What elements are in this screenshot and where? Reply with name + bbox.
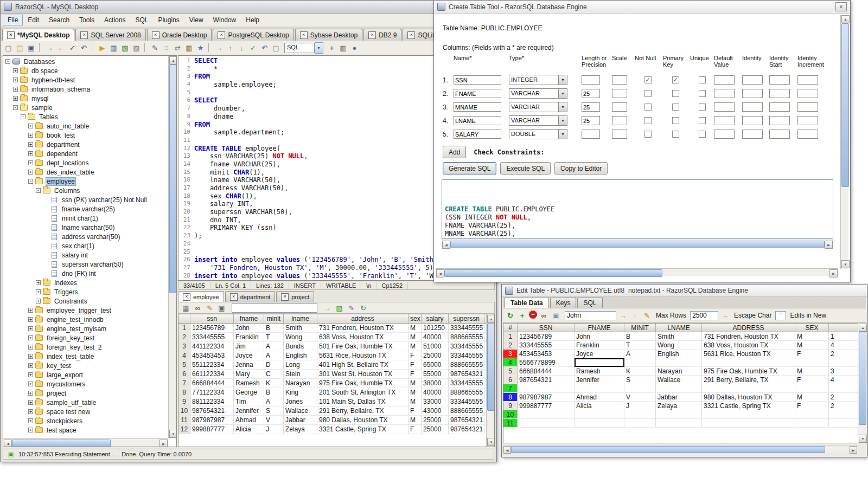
- toolbar-separator[interactable]: [144, 43, 147, 52]
- grid-cell[interactable]: S: [624, 376, 656, 384]
- grid-cell[interactable]: [624, 419, 656, 428]
- grid-cell[interactable]: M: [409, 333, 422, 342]
- length-input[interactable]: [582, 89, 600, 98]
- table-row[interactable]: 11: [503, 419, 859, 428]
- grid-header-cell[interactable]: MINIT: [624, 324, 656, 332]
- grid-cell[interactable]: Jim: [234, 342, 264, 351]
- grid-cell[interactable]: K: [264, 379, 284, 388]
- tree-item[interactable]: + project: [3, 389, 168, 398]
- menu-item[interactable]: Plugins: [153, 15, 184, 25]
- grid-cell[interactable]: 55000: [422, 370, 449, 379]
- add-connection-icon[interactable]: +: [327, 43, 337, 53]
- grid-cell[interactable]: 987654321: [449, 370, 484, 379]
- desktop-tab[interactable]: × DB2 9: [363, 29, 401, 41]
- tree-item[interactable]: + Indexes: [3, 278, 168, 287]
- grid-cell[interactable]: B: [264, 388, 284, 397]
- generate-sql-button[interactable]: Generate SQL: [443, 162, 496, 175]
- grid-cell[interactable]: [702, 384, 795, 393]
- grid-cell[interactable]: 10: [178, 406, 190, 416]
- grid-cell[interactable]: Smith: [284, 324, 317, 333]
- tree-item[interactable]: + information_schema: [3, 85, 168, 94]
- grid-cell[interactable]: [795, 384, 829, 393]
- refresh-icon[interactable]: ↻: [505, 311, 515, 321]
- grid-cell[interactable]: M: [795, 332, 829, 341]
- identity-increment-input[interactable]: [797, 75, 818, 85]
- grid-cell[interactable]: 731 Fondren, Houston TX: [702, 332, 795, 341]
- table-row[interactable]: 8987987987AhmadVJabbar980 Dallas, Housto…: [503, 393, 859, 402]
- grid-cell[interactable]: 43000: [422, 406, 449, 416]
- scroll-left-icon[interactable]: ◀: [4, 440, 12, 447]
- expand-toggle-icon[interactable]: +: [28, 142, 33, 147]
- chevron-down-icon[interactable]: ▼: [558, 102, 567, 112]
- tree-item[interactable]: + space test new: [3, 407, 168, 416]
- expand-toggle-icon[interactable]: +: [13, 68, 18, 73]
- column-name-input[interactable]: [454, 130, 501, 139]
- grid-cell[interactable]: Jenna: [234, 360, 264, 370]
- grid-cell[interactable]: 1: [178, 324, 190, 333]
- expand-toggle-icon[interactable]: +: [13, 77, 18, 82]
- desktop-tab[interactable]: × PostgreSQL Desktop: [213, 29, 293, 41]
- grid-cell[interactable]: M: [795, 367, 829, 376]
- grid-cell[interactable]: 101250: [422, 324, 449, 333]
- grid-cell[interactable]: King: [284, 388, 317, 397]
- grid-cell[interactable]: A: [264, 351, 284, 360]
- grid-cell[interactable]: B: [624, 332, 656, 341]
- grid-cell[interactable]: 987654321: [190, 406, 234, 416]
- grid-cell[interactable]: [575, 358, 624, 367]
- tree-item[interactable]: superssn varchar(50): [3, 260, 168, 269]
- tree-item[interactable]: + stockpickers: [3, 416, 168, 425]
- grid-cell[interactable]: [575, 419, 624, 428]
- grid-cell[interactable]: 333445555: [518, 341, 575, 350]
- scroll-right-icon[interactable]: ▶: [159, 440, 168, 447]
- length-input[interactable]: [582, 75, 600, 85]
- grid-cell[interactable]: 25000: [422, 351, 449, 360]
- tree-item[interactable]: address varchar(50): [3, 232, 168, 241]
- fetch-down-icon[interactable]: ↓: [237, 43, 247, 53]
- grid-cell[interactable]: 999887777: [190, 425, 234, 434]
- expand-toggle-icon[interactable]: +: [28, 151, 33, 156]
- sql-preview-horizontal-scrollbar[interactable]: ◀ ▶: [442, 240, 833, 248]
- grid-cell[interactable]: A: [264, 342, 284, 351]
- column-type-select[interactable]: INTEGER ▼: [509, 75, 567, 85]
- grid-cell[interactable]: Jennifer: [234, 406, 264, 416]
- tree-item[interactable]: + Triggers: [3, 287, 168, 296]
- table-row[interactable]: 10987654321JenniferSWallace291 Berry, Be…: [178, 406, 494, 416]
- grid-cell[interactable]: [518, 410, 575, 419]
- table-row[interactable]: 1123456789JohnBSmith731 Fondren, Houston…: [503, 332, 859, 341]
- grid-cell[interactable]: M: [795, 341, 829, 350]
- grid-cell[interactable]: M: [409, 379, 422, 388]
- grid-cell[interactable]: F: [409, 370, 422, 379]
- grid-cell[interactable]: 661122334: [190, 370, 234, 379]
- grid-cell[interactable]: 7: [178, 379, 190, 388]
- tree-item[interactable]: minit char(1): [3, 214, 168, 223]
- tree-item[interactable]: + book_test: [3, 131, 168, 140]
- length-input[interactable]: [582, 130, 600, 139]
- grid-cell[interactable]: 888665555: [449, 360, 484, 370]
- commit-icon[interactable]: ✓: [67, 43, 78, 53]
- expand-toggle-icon[interactable]: +: [28, 326, 33, 331]
- primary-key-checkbox[interactable]: [672, 117, 679, 124]
- filter-edit-icon[interactable]: ✎: [205, 303, 215, 313]
- dialog-titlebar[interactable]: Create Table Tool - RazorSQL Database En…: [434, 1, 850, 14]
- add-row-icon[interactable]: +: [517, 311, 527, 321]
- scroll-up-icon[interactable]: ▲: [841, 15, 850, 23]
- grid-cell[interactable]: V: [624, 393, 656, 402]
- grid-cell[interactable]: George: [234, 388, 264, 397]
- grid-cell[interactable]: M: [795, 393, 829, 402]
- grid-cell[interactable]: M: [409, 388, 422, 397]
- grid-cell[interactable]: 9: [503, 402, 518, 410]
- grid-cell[interactable]: [656, 410, 702, 419]
- grid-cell[interactable]: 5: [178, 360, 190, 370]
- escape-char-input[interactable]: [775, 311, 786, 320]
- tree-item[interactable]: - Tables: [3, 112, 168, 121]
- export-icon[interactable]: ▧: [120, 43, 130, 53]
- tree-horizontal-scrollbar[interactable]: ◀ ▶: [3, 438, 168, 447]
- grid-cell[interactable]: Alicia: [575, 402, 624, 410]
- edit-horizontal-scrollbar[interactable]: ◀ ▶: [503, 445, 858, 453]
- grid-cell[interactable]: F: [795, 376, 829, 384]
- undo-icon[interactable]: ↶: [259, 43, 270, 53]
- chevron-down-icon[interactable]: ▼: [315, 42, 323, 54]
- tree-item[interactable]: - Databases: [3, 57, 168, 66]
- grid-cell[interactable]: 11: [503, 419, 518, 428]
- chevron-down-icon[interactable]: ▼: [558, 130, 567, 139]
